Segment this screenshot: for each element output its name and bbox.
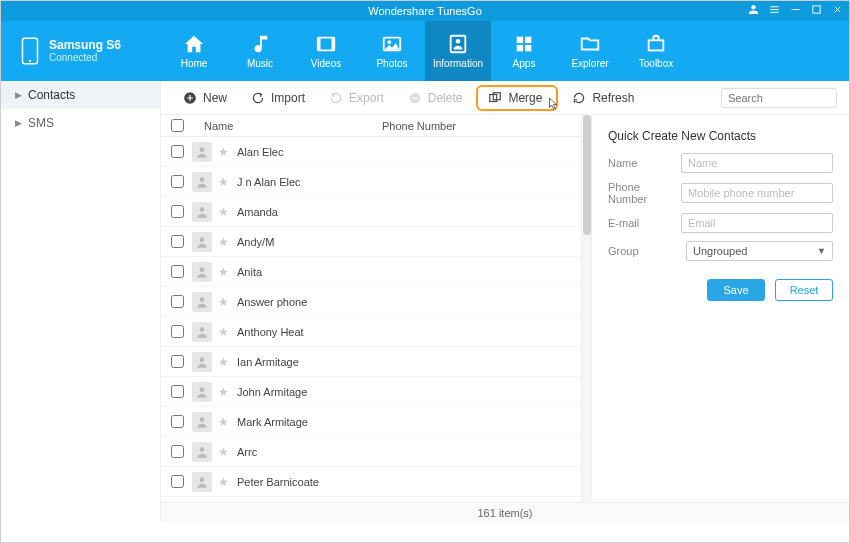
table-row[interactable]: ★Peter Barnicoate — [161, 467, 581, 497]
search-box[interactable] — [721, 88, 837, 108]
row-checkbox[interactable] — [171, 415, 184, 428]
group-select[interactable]: Ungrouped ▼ — [686, 241, 833, 261]
sidebar-item-label: SMS — [28, 116, 54, 130]
star-icon[interactable]: ★ — [218, 265, 229, 279]
nav-photos[interactable]: Photos — [359, 21, 425, 81]
avatar — [192, 202, 212, 222]
avatar — [192, 232, 212, 252]
maximize-icon[interactable] — [811, 1, 822, 21]
star-icon[interactable]: ★ — [218, 385, 229, 399]
button-label: Refresh — [592, 91, 634, 105]
table-row[interactable]: ★J n Alan Elec — [161, 167, 581, 197]
title-bar: Wondershare TunesGo — [1, 1, 849, 21]
nav-label: Apps — [513, 58, 536, 69]
device-box[interactable]: Samsung S6 Connected — [1, 21, 161, 81]
star-icon[interactable]: ★ — [218, 175, 229, 189]
row-checkbox[interactable] — [171, 235, 184, 248]
nav-label: Information — [433, 58, 483, 69]
nav-label: Music — [247, 58, 273, 69]
merge-button[interactable]: Merge — [476, 85, 558, 111]
star-icon[interactable]: ★ — [218, 445, 229, 459]
star-icon[interactable]: ★ — [218, 355, 229, 369]
scroll-thumb[interactable] — [583, 115, 591, 235]
svg-point-10 — [456, 39, 461, 44]
svg-point-30 — [200, 387, 205, 392]
table-row[interactable]: ★John Armitage — [161, 377, 581, 407]
row-checkbox[interactable] — [171, 475, 184, 488]
table-row[interactable]: ★Mark Armitage — [161, 407, 581, 437]
field-label-phone: Phone Number — [608, 181, 681, 205]
nav-music[interactable]: Music — [227, 21, 293, 81]
cursor-icon — [546, 95, 560, 113]
svg-rect-9 — [451, 36, 466, 53]
minimize-icon[interactable] — [790, 1, 801, 21]
table-row[interactable]: ★Answer phone — [161, 287, 581, 317]
nav-label: Home — [181, 58, 208, 69]
scrollbar[interactable] — [581, 115, 591, 502]
close-icon[interactable] — [832, 1, 843, 21]
main-nav: Samsung S6 Connected Home Music Videos P… — [1, 21, 849, 81]
import-button[interactable]: Import — [241, 87, 315, 109]
delete-button[interactable]: Delete — [398, 87, 473, 109]
star-icon[interactable]: ★ — [218, 235, 229, 249]
table-row[interactable]: ★Andy/M — [161, 227, 581, 257]
row-checkbox[interactable] — [171, 385, 184, 398]
row-checkbox[interactable] — [171, 175, 184, 188]
export-button[interactable]: Export — [319, 87, 394, 109]
new-button[interactable]: New — [173, 87, 237, 109]
chevron-right-icon: ▶ — [15, 118, 22, 128]
table-row[interactable]: ★Anthony Heat — [161, 317, 581, 347]
button-label: Import — [271, 91, 305, 105]
save-button[interactable]: Save — [707, 279, 765, 301]
user-icon[interactable] — [748, 1, 759, 21]
row-checkbox[interactable] — [171, 445, 184, 458]
contact-name: Answer phone — [237, 296, 369, 308]
svg-point-22 — [200, 147, 205, 152]
contact-name: Peter Barnicoate — [237, 476, 369, 488]
nav-home[interactable]: Home — [161, 21, 227, 81]
panel-title: Quick Create New Contacts — [608, 129, 833, 143]
select-all-checkbox[interactable] — [171, 119, 184, 132]
nav-toolbox[interactable]: Toolbox — [623, 21, 689, 81]
table-row[interactable]: ★Anita — [161, 257, 581, 287]
star-icon[interactable]: ★ — [218, 205, 229, 219]
name-field[interactable] — [681, 153, 833, 173]
reset-button[interactable]: Reset — [775, 279, 833, 301]
table-row[interactable]: ★Ian Armitage — [161, 347, 581, 377]
nav-label: Toolbox — [639, 58, 673, 69]
avatar — [192, 412, 212, 432]
column-header-name[interactable]: Name — [192, 120, 382, 132]
search-input[interactable] — [728, 92, 850, 104]
device-name: Samsung S6 — [49, 38, 121, 52]
nav-information[interactable]: Information — [425, 21, 491, 81]
column-header-phone[interactable]: Phone Number — [382, 120, 456, 132]
star-icon[interactable]: ★ — [218, 475, 229, 489]
nav-explorer[interactable]: Explorer — [557, 21, 623, 81]
star-icon[interactable]: ★ — [218, 295, 229, 309]
star-icon[interactable]: ★ — [218, 325, 229, 339]
refresh-button[interactable]: Refresh — [562, 87, 644, 109]
avatar — [192, 142, 212, 162]
row-checkbox[interactable] — [171, 205, 184, 218]
table-row[interactable]: ★Alan Elec — [161, 137, 581, 167]
menu-icon[interactable] — [769, 1, 780, 21]
star-icon[interactable]: ★ — [218, 415, 229, 429]
phone-field[interactable] — [681, 183, 833, 203]
row-checkbox[interactable] — [171, 265, 184, 278]
row-checkbox[interactable] — [171, 145, 184, 158]
nav-videos[interactable]: Videos — [293, 21, 359, 81]
nav-apps[interactable]: Apps — [491, 21, 557, 81]
svg-point-24 — [200, 207, 205, 212]
table-row[interactable]: ★Amanda — [161, 197, 581, 227]
svg-rect-11 — [517, 37, 523, 43]
sidebar-item-sms[interactable]: ▶ SMS — [1, 109, 160, 137]
row-checkbox[interactable] — [171, 355, 184, 368]
row-checkbox[interactable] — [171, 295, 184, 308]
contact-name: J n Alan Elec — [237, 176, 369, 188]
sidebar-item-contacts[interactable]: ▶ Contacts — [1, 81, 160, 109]
row-checkbox[interactable] — [171, 325, 184, 338]
avatar — [192, 322, 212, 342]
table-row[interactable]: ★Arrc — [161, 437, 581, 467]
star-icon[interactable]: ★ — [218, 145, 229, 159]
email-field[interactable] — [681, 213, 833, 233]
